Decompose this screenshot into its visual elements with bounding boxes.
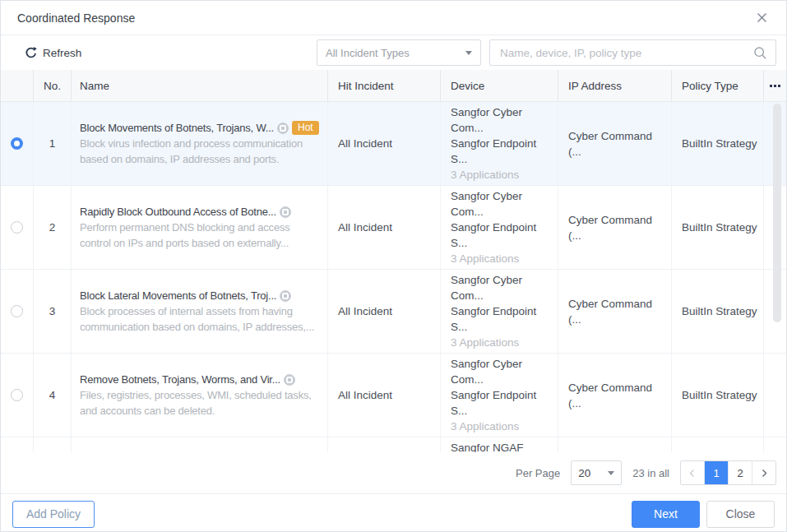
ip-address-value: Cyber Command (... [558,354,672,437]
device-line: Sangfor Cyber Com... [451,356,554,387]
applications-count-link[interactable]: 3 Applications [451,251,554,266]
vertical-scrollbar-thumb[interactable] [773,104,781,322]
header-ip-address: IP Address [558,70,672,101]
more-columns-button[interactable] [764,70,786,101]
close-button[interactable]: Close [706,501,775,528]
policy-name: Block Movements of Botnets, Trojans, W..… [80,120,274,136]
hit-incident-value: All Incident [328,437,441,452]
hit-incident-value: All Incident [328,186,441,269]
per-page-label: Per Page [516,467,560,479]
row-radio[interactable] [11,389,23,401]
header-no: No. [34,70,72,101]
header-device: Device [441,70,558,101]
close-icon[interactable] [755,12,768,25]
policy-name: Block Lateral Movements of Botnets, Troj… [80,288,276,303]
policy-description: Block virus infection and process commun… [80,136,322,167]
ip-address-value: Cyber Command (... [558,270,672,353]
device-line: Sangfor Cyber Com... [451,104,554,136]
applications-count-link[interactable]: 3 Applications [451,167,554,183]
dialog-footer: Add Policy Next Close [1,493,786,532]
more-columns-icon [770,85,772,87]
device-list: Sangfor Cyber Com...Sangfor Endpoint S..… [441,354,558,437]
page-button-2[interactable]: 2 [728,461,752,484]
policy-type-value: BuiltIn Strategy [672,270,764,353]
device-line: Sangfor Endpoint S... [451,220,554,251]
device-line: Sangfor Endpoint S... [451,303,554,335]
row-number: 1 [34,102,72,185]
row-radio[interactable] [11,221,23,234]
refresh-label: Refresh [43,47,81,59]
header-hit-incident: Hit Incident [328,70,441,101]
dialog-title: Coordinated Response [17,12,135,25]
add-policy-button[interactable]: Add Policy [12,501,95,528]
pager: 12 [680,460,776,485]
hit-incident-value: All Incident [328,354,441,437]
policy-type-value: BuiltIn Strategy [672,102,764,185]
policy-type-value: BuiltIn Strategy [672,186,764,269]
device-line: Sangfor Endpoint S... [451,387,554,419]
table-row[interactable]: 2 Rapidly Block Outbound Access of Botne… [1,186,786,270]
policy-type-value: BuiltIn Strategy [672,437,764,452]
row-radio[interactable] [11,137,23,150]
device-list: Sangfor Cyber Com...Sangfor Endpoint S..… [441,102,558,185]
ip-address-value: Cyber Command (... [558,437,672,452]
device-line: Sangfor NGAF (v8.0... [451,440,554,452]
header-radio-column [1,70,34,101]
per-page-value: 20 [578,467,590,479]
header-policy-type: Policy Type [672,70,764,101]
pagination-bar: Per Page 20 23 in all 12 [1,452,786,493]
ip-address-value: Cyber Command (... [558,186,672,269]
row-number: 3 [34,270,72,353]
policy-description: Perform permanent DNS blocking and acces… [80,220,322,251]
table-row[interactable]: 3 Block Lateral Movements of Botnets, Tr… [1,270,786,354]
table-row[interactable]: 5 Exploitation - Block Attacker IP - Pre… [1,437,786,452]
row-radio[interactable] [11,305,23,317]
view-policy-icon[interactable] [280,290,291,302]
pager-prev-button[interactable] [681,461,704,484]
pager-next-button[interactable] [752,461,775,484]
coordinated-response-dialog: Coordinated Response Refresh All Inciden… [0,0,787,532]
hit-incident-value: All Incident [328,102,441,185]
applications-count-link[interactable]: 3 Applications [451,419,554,434]
view-policy-icon[interactable] [280,206,291,218]
device-line: Sangfor Cyber Com... [451,188,554,220]
chevron-down-icon [465,51,472,58]
policy-name: Rapidly Block Outbound Access of Botne..… [80,204,276,220]
policy-name: Remove Botnets, Trojans, Worms, and Vir.… [80,372,280,387]
table-row[interactable]: 4 Remove Botnets, Trojans, Worms, and Vi… [1,354,786,437]
hot-badge: Hot [292,121,319,135]
device-line: Sangfor Cyber Com... [451,272,554,303]
table-row[interactable]: 1 Block Movements of Botnets, Trojans, W… [1,102,786,186]
search-icon[interactable] [753,46,767,60]
chevron-down-icon [608,471,614,479]
policy-type-value: BuiltIn Strategy [672,354,764,437]
hit-incident-value: All Incident [328,270,441,353]
ip-address-value: Cyber Command (... [558,102,672,185]
dialog-titlebar: Coordinated Response [1,1,786,35]
per-page-select[interactable]: 20 [571,460,622,485]
total-count: 23 in all [632,467,669,479]
applications-count-link[interactable]: 3 Applications [451,335,554,350]
refresh-button[interactable]: Refresh [24,46,81,59]
incident-type-dropdown[interactable]: All Incident Types [317,39,481,66]
chevron-left-icon [688,469,697,478]
incident-type-value: All Incident Types [326,47,410,59]
page-button-1[interactable]: 1 [704,461,728,484]
view-policy-icon[interactable] [284,374,295,386]
policy-description: Files, registries, processes, WMI, sched… [80,387,322,419]
header-name: Name [72,70,328,101]
row-number: 5 [34,437,72,452]
refresh-icon [24,46,37,59]
device-list: Sangfor Cyber Com...Sangfor Endpoint S..… [441,270,558,353]
table-header: No. Name Hit Incident Device IP Address … [1,70,786,102]
next-button[interactable]: Next [632,501,700,528]
view-policy-icon[interactable] [277,123,289,134]
search-box [489,39,776,66]
search-input[interactable] [498,46,753,60]
device-list: Sangfor NGAF (v8.0...Sangfor NGAF (v8.0.… [441,437,558,452]
device-list: Sangfor Cyber Com...Sangfor Endpoint S..… [441,186,558,269]
chevron-right-icon [760,469,768,478]
device-line: Sangfor Endpoint S... [451,136,554,167]
row-number: 2 [34,186,72,269]
table-body: 1 Block Movements of Botnets, Trojans, W… [1,102,786,452]
